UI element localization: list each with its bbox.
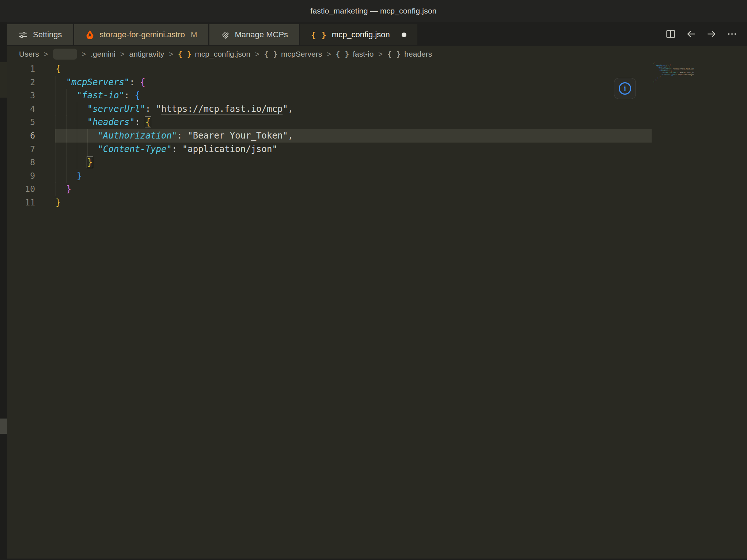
code-text: "Authorization": "Bearer Your_Token", [56,129,293,143]
breadcrumb: Users>>.gemini>antigravity> { } mcp_conf… [7,46,747,62]
tab-settings[interactable]: Settings [7,24,73,45]
code-line-8[interactable]: 8 } [7,156,747,169]
breadcrumb-separator: > [44,50,48,58]
breadcrumb-item-antigravity[interactable]: antigravity [129,50,164,58]
left-panel-sliver [0,22,7,560]
tab-row: Settings storage-for-gemini.astroM Manag… [7,24,417,45]
arrow-right-icon [706,29,717,39]
line-number[interactable]: 6 [7,129,35,143]
breadcrumb-label: antigravity [129,50,164,58]
code-line-11[interactable]: 11} [7,196,747,209]
minimap-line: } [653,81,694,83]
split-editor-icon[interactable] [665,29,676,39]
tab-storage-for-gemini-astro[interactable]: storage-for-gemini.astroM [74,24,208,45]
code-line-10[interactable]: 10 } [7,182,747,196]
breadcrumb-item-redacted[interactable] [53,49,77,60]
line-number[interactable]: 1 [7,62,35,76]
tab-manage-mcps[interactable]: Manage MCPs [209,24,299,45]
code-text: } [56,156,92,169]
mcp-icon [220,30,230,39]
left-scrollbar-thumb[interactable] [0,419,7,434]
code-text: } [56,182,71,196]
breadcrumb-separator: > [327,50,331,58]
info-button[interactable]: i [614,78,636,99]
line-number[interactable]: 11 [7,196,35,209]
line-number[interactable]: 2 [7,76,35,89]
code-line-1[interactable]: 1{ [7,62,747,76]
breadcrumb-item--gemini[interactable]: .gemini [91,50,115,58]
code-text: "Content-Type": "application/json" [56,143,277,156]
breadcrumb-label: .gemini [91,50,115,58]
minimap[interactable]: { "mcpServers": { "fast-io": { "serverUr… [653,63,694,84]
breadcrumb-separator: > [255,50,259,58]
left-panel-content-sliver [0,62,7,98]
breadcrumb-item-fast-io[interactable]: { } fast-io [336,50,374,58]
bottom-edge [0,559,747,560]
tab-label: Manage MCPs [235,30,288,39]
code-text: { [56,62,61,76]
tab-actions [665,22,737,46]
breadcrumb-separator: > [82,50,86,58]
code-text: "fast-io": { [56,89,140,102]
breadcrumb-item-mcp-config-json[interactable]: { } mcp_config.json [178,50,250,58]
tab-mcp-config-json[interactable]: { } mcp_config.json [300,24,417,45]
tab-label: Settings [33,30,62,39]
code-line-3[interactable]: 3 "fast-io": { [7,89,747,102]
breadcrumb-item-mcpservers[interactable]: { } mcpServers [264,50,322,58]
window-title: fastio_marketing — mcp_config.json [0,0,747,22]
line-number[interactable]: 7 [7,143,35,156]
git-modified-badge: M [191,30,197,39]
breadcrumb-item-headers[interactable]: { } headers [387,50,432,58]
ellipsis-icon [727,29,737,39]
tab-label: storage-for-gemini.astro [100,30,185,39]
breadcrumb-item-users[interactable]: Users [19,50,39,58]
code-line-4[interactable]: 4 "serverUrl": "https://mcp.fast.io/mcp"… [7,102,747,116]
code-text: "mcpServers": { [56,76,145,89]
code-text: } [56,169,82,183]
code-text: "serverUrl": "https://mcp.fast.io/mcp", [56,102,293,116]
object-symbol-icon: { } [264,50,278,58]
object-symbol-icon: { } [336,50,349,58]
breadcrumb-label: fast-io [353,50,374,58]
tab-label: mcp_config.json [332,30,390,39]
line-number[interactable]: 5 [7,116,35,129]
code-line-2[interactable]: 2 "mcpServers": { [7,76,747,89]
json-braces-icon: { } [311,30,327,39]
breadcrumb-label: mcpServers [281,50,322,58]
breadcrumb-label: Users [19,50,39,58]
breadcrumb-separator: > [378,50,383,58]
breadcrumb-label: headers [404,50,432,58]
breadcrumb-separator: > [120,50,125,58]
window-titlebar: fastio_marketing — mcp_config.json [0,0,747,22]
code-line-9[interactable]: 9 } [7,169,747,183]
info-glyph: i [624,85,626,92]
code-text: "headers": { [56,116,151,129]
arrow-left-icon[interactable] [686,29,697,39]
ellipsis-icon[interactable] [727,29,737,39]
split-editor-icon [665,29,676,39]
arrow-right-icon[interactable] [706,29,717,39]
unsaved-changes-dot[interactable] [402,33,406,37]
editor-tab-bar: Settings storage-for-gemini.astroM Manag… [7,22,747,46]
code-editor[interactable]: 1{2 "mcpServers": {3 "fast-io": {4 "serv… [7,62,747,560]
json-symbol-icon: { } [178,50,192,58]
code-line-6[interactable]: 6 "Authorization": "Bearer Your_Token", [7,129,747,143]
line-number[interactable]: 3 [7,89,35,102]
info-icon: i [619,82,631,95]
line-number[interactable]: 10 [7,182,35,196]
line-number[interactable]: 9 [7,169,35,183]
object-symbol-icon: { } [387,50,401,58]
breadcrumb-separator: > [169,50,173,58]
line-number[interactable]: 4 [7,102,35,116]
astro-logo-icon [85,30,95,39]
code-line-7[interactable]: 7 "Content-Type": "application/json" [7,143,747,156]
line-number[interactable]: 8 [7,156,35,169]
arrow-left-icon [686,29,697,39]
code-text: } [56,196,61,209]
code-line-5[interactable]: 5 "headers": { [7,116,747,129]
breadcrumb-label: mcp_config.json [195,50,250,58]
tune-icon [18,30,28,39]
